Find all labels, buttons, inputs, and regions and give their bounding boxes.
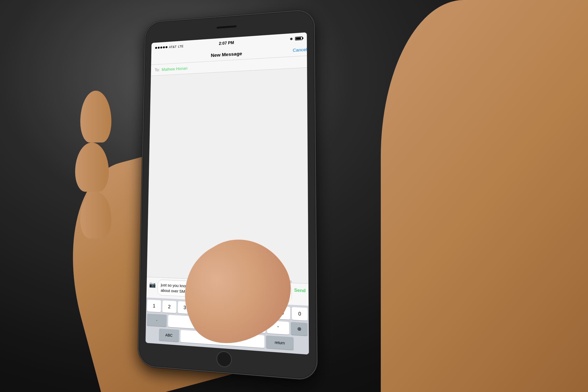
network-type: LTE <box>178 44 183 48</box>
signal-dot-4 <box>163 46 165 48</box>
battery-indicator <box>295 37 303 41</box>
abc-key[interactable]: ABC <box>159 329 179 342</box>
signal-dot-3 <box>160 46 162 48</box>
signal-strength <box>155 46 167 49</box>
key-2[interactable]: 2 <box>162 300 176 313</box>
key-0[interactable]: 0 <box>292 307 307 321</box>
return-key[interactable]: return <box>266 336 294 350</box>
signal-dot-2 <box>158 47 160 49</box>
to-label: To: <box>155 68 160 72</box>
hand-right <box>381 0 588 392</box>
battery-fill <box>296 37 301 40</box>
signal-dot-5 <box>166 46 167 48</box>
page-title: New Message <box>211 51 242 58</box>
send-button[interactable]: Send <box>294 288 306 294</box>
recipient-name: Mathew Honan <box>162 66 188 72</box>
bluetooth-icon: ✱ <box>290 37 293 41</box>
status-right: ✱ <box>290 36 303 41</box>
key-dash[interactable]: - <box>147 313 167 327</box>
signal-dot-1 <box>155 47 157 49</box>
delete-key[interactable]: ⊗ <box>291 322 308 336</box>
home-button[interactable] <box>217 351 232 368</box>
camera-icon[interactable]: 📷 <box>149 281 156 288</box>
carrier-name: AT&T <box>169 45 177 49</box>
phone-speaker <box>217 25 236 29</box>
cancel-button[interactable]: Cancel <box>293 47 307 53</box>
key-1[interactable]: 1 <box>147 300 161 312</box>
carrier-info: AT&T LTE <box>155 44 184 50</box>
status-time: 2:07 PM <box>219 40 234 46</box>
